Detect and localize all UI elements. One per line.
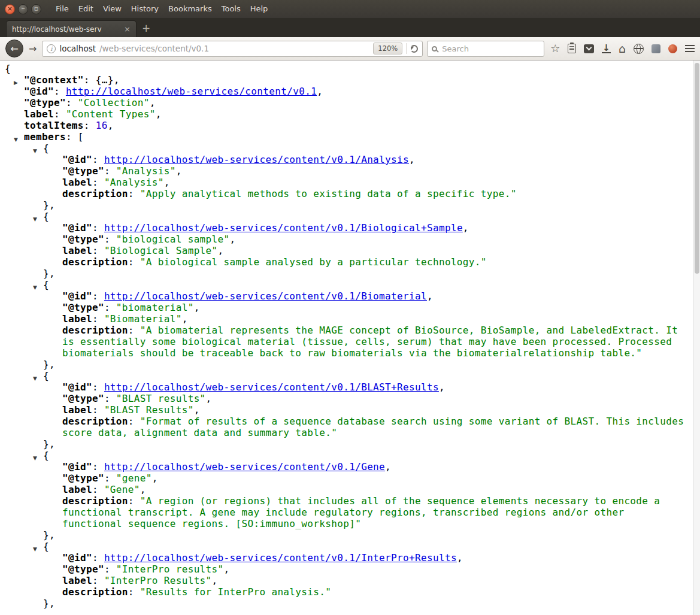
urlbar-divider (406, 43, 407, 54)
json-line: "@type": "Analysis", (0, 165, 700, 177)
reload-icon[interactable] (410, 45, 418, 53)
pocket-icon[interactable] (584, 44, 594, 53)
json-line: description: "Apply analytical methods t… (0, 188, 700, 199)
json-line: description: "Results for InterPro analy… (0, 586, 700, 598)
site-info-icon[interactable]: i (47, 44, 56, 53)
json-key: "@id" (62, 222, 92, 234)
json-str: "gene" (116, 472, 152, 484)
json-punct: { (43, 370, 49, 381)
menu-item-bookmarks[interactable]: Bookmarks (163, 0, 217, 18)
menu-item-file[interactable]: File (51, 0, 74, 18)
json-line: }, (0, 268, 700, 279)
json-link[interactable]: http://localhost/web-services/content/v0… (104, 222, 463, 234)
menu-item-edit[interactable]: Edit (74, 0, 98, 18)
json-str: "biomaterial" (116, 302, 194, 313)
json-link[interactable]: http://localhost/web-services/content/v0… (104, 461, 385, 472)
bookmark-star-icon[interactable]: ☆ (550, 43, 560, 54)
json-str: "biological sample" (116, 234, 230, 245)
json-punct: , (317, 86, 323, 97)
json-punct: : (104, 564, 116, 575)
menu-item-tools[interactable]: Tools (217, 0, 246, 18)
home-icon[interactable]: ⌂ (619, 43, 626, 54)
search-bar[interactable] (427, 41, 544, 57)
json-link[interactable]: http://localhost/web-services/content/v0… (104, 381, 439, 393)
tab-close-icon[interactable]: × (124, 25, 131, 34)
tab-bar: http://localhost/web-serv × + (0, 18, 700, 37)
json-line: label: "Analysis", (0, 177, 700, 188)
json-punct: }, (43, 268, 55, 279)
json-punct: }, (43, 199, 55, 211)
json-punct: }, (43, 529, 55, 541)
json-link[interactable]: http://localhost/web-services/content/v0… (66, 86, 317, 97)
json-punct: , (164, 177, 170, 188)
json-punct: : (128, 256, 140, 268)
json-punct: : (92, 245, 104, 256)
json-line: { (0, 63, 700, 74)
extension-icon-1[interactable] (651, 44, 660, 53)
json-str: "Analysis" (116, 165, 176, 177)
toolbar-icons: ☆ ↓ ⌂ (550, 43, 695, 54)
json-str: "Format of results of a sequence databas… (62, 416, 684, 438)
search-input[interactable] (441, 44, 540, 54)
json-punct: , (224, 564, 230, 575)
json-line: }, (0, 438, 700, 450)
json-link[interactable]: http://localhost/web-services/content/v0… (104, 552, 457, 564)
json-punct: : (92, 404, 104, 416)
json-punct: { (5, 63, 11, 74)
json-line: }, (0, 359, 700, 370)
forward-button[interactable]: → (28, 43, 38, 54)
json-key: label (62, 484, 92, 495)
bookmarks-menu-icon[interactable] (568, 44, 576, 53)
json-str: "Collection" (78, 97, 150, 108)
window-close-button[interactable]: × (5, 4, 15, 14)
window-minimize-button[interactable]: − (18, 4, 28, 14)
json-link[interactable]: http://localhost/web-services/content/v0… (104, 154, 409, 165)
menu-item-view[interactable]: View (98, 0, 126, 18)
menu-item-help[interactable]: Help (246, 0, 273, 18)
json-str: "A biomaterial represents the MAGE conce… (62, 325, 678, 359)
json-punct: : (128, 188, 140, 199)
json-punct: { (43, 450, 49, 461)
json-line: ▼{ (0, 279, 700, 290)
url-bar[interactable]: i localhost /web-services/content/v0.1 1… (42, 41, 423, 57)
json-line: "@type": "biological sample", (0, 234, 700, 245)
menu-bar: File Edit View History Bookmarks Tools H… (51, 0, 272, 18)
browser-tab[interactable]: http://localhost/web-serv × (6, 20, 137, 37)
new-tab-button[interactable]: + (137, 21, 156, 36)
json-line: "@type": "biomaterial", (0, 302, 700, 313)
window-controls: × − ◻ (5, 4, 41, 14)
json-key: description (62, 188, 128, 199)
json-punct: : (128, 416, 140, 427)
downloads-icon[interactable]: ↓ (602, 44, 611, 53)
json-link[interactable]: http://localhost/web-services/content/v0… (104, 290, 427, 302)
zoom-level-badge[interactable]: 120% (373, 43, 402, 54)
extension-icon-2[interactable] (668, 44, 677, 53)
json-punct: , (206, 393, 212, 404)
json-punct: , (194, 404, 200, 416)
json-line: label: "Biological Sample", (0, 245, 700, 256)
json-key: members (24, 131, 66, 143)
window-maximize-button[interactable]: ◻ (31, 4, 41, 14)
back-button[interactable]: ← (5, 40, 23, 57)
json-line: "@id": http://localhost/web-services/con… (0, 461, 700, 472)
json-line: "@id": http://localhost/web-services/con… (0, 552, 700, 564)
json-str: "Biomaterial" (104, 313, 182, 325)
menu-hamburger-icon[interactable] (685, 45, 695, 52)
json-punct: , (463, 222, 469, 234)
json-punct: , (182, 313, 188, 325)
scrollbar[interactable] (693, 60, 700, 615)
globe-icon[interactable] (634, 44, 644, 54)
scrollbar-thumb[interactable] (695, 63, 699, 274)
json-str: "InterPro results" (116, 564, 224, 575)
json-str: "BLAST results" (116, 393, 206, 404)
menu-item-history[interactable]: History (126, 0, 163, 18)
json-key: label (62, 313, 92, 325)
json-punct: { (43, 279, 49, 290)
json-document: {▶"@context": {…},"@id": http://localhos… (0, 63, 700, 609)
json-line: "@type": "Collection", (0, 97, 700, 108)
json-punct: : (104, 393, 116, 404)
json-punct: : [ (66, 131, 84, 143)
json-punct: , (230, 234, 236, 245)
json-key: "@context" (24, 74, 84, 86)
json-line: ▼{ (0, 143, 700, 154)
